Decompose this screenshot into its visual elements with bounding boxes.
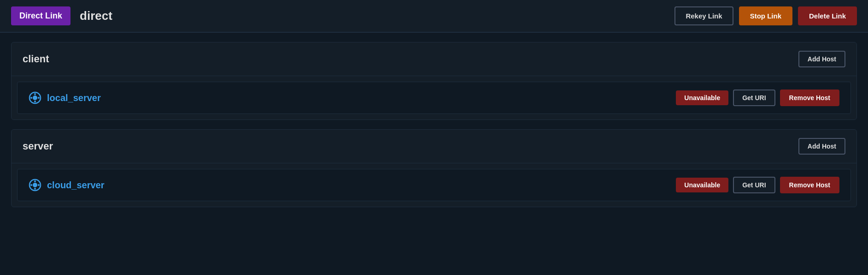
header-actions: Rekey Link Stop Link Delete Link [674, 6, 857, 25]
cloud-server-info: cloud_server [29, 179, 105, 191]
cloud-server-status-badge: Unavailable [676, 178, 728, 192]
svg-point-2 [34, 93, 36, 95]
svg-point-7 [33, 183, 37, 187]
svg-point-11 [38, 184, 40, 186]
cloud-server-get-uri-button[interactable]: Get URI [733, 177, 775, 193]
cloud-server-icon [29, 179, 41, 191]
local-server-actions: Unavailable Get URI Remove Host [676, 90, 839, 106]
rekey-link-button[interactable]: Rekey Link [674, 6, 733, 25]
delete-link-button[interactable]: Delete Link [798, 6, 857, 25]
server-section: server Add Host cloud_server [11, 129, 857, 207]
svg-point-1 [33, 96, 37, 100]
app-header: Direct Link direct Rekey Link Stop Link … [0, 0, 868, 33]
svg-point-8 [34, 180, 36, 182]
server-section-header: server Add Host [12, 130, 856, 163]
cloud-server-name: cloud_server [47, 180, 105, 191]
client-section-header: client Add Host [12, 42, 856, 76]
svg-point-9 [34, 188, 36, 190]
client-section-title: client [23, 53, 49, 65]
cloud-server-actions: Unavailable Get URI Remove Host [676, 177, 839, 193]
local-server-remove-button[interactable]: Remove Host [780, 90, 839, 106]
cloud-server-remove-button[interactable]: Remove Host [780, 177, 839, 193]
local-server-name: local_server [47, 93, 101, 103]
svg-point-3 [34, 101, 36, 102]
local-server-status-badge: Unavailable [676, 90, 728, 105]
direct-link-badge: Direct Link [11, 6, 70, 25]
svg-point-5 [38, 97, 40, 99]
client-add-host-button[interactable]: Add Host [798, 51, 845, 67]
main-content: client Add Host local_server [0, 33, 868, 216]
cloud-server-row: cloud_server Unavailable Get URI Remove … [17, 169, 851, 201]
server-add-host-button[interactable]: Add Host [798, 138, 845, 155]
page-title: direct [80, 9, 112, 23]
svg-point-10 [30, 184, 32, 186]
stop-link-button[interactable]: Stop Link [739, 6, 792, 25]
client-section: client Add Host local_server [11, 42, 857, 120]
server-section-title: server [23, 140, 53, 152]
header-left: Direct Link direct [11, 6, 112, 25]
local-server-info: local_server [29, 91, 101, 104]
svg-point-4 [30, 97, 32, 99]
local-server-get-uri-button[interactable]: Get URI [733, 90, 775, 106]
local-server-row: local_server Unavailable Get URI Remove … [17, 82, 851, 114]
local-server-icon [29, 91, 41, 104]
